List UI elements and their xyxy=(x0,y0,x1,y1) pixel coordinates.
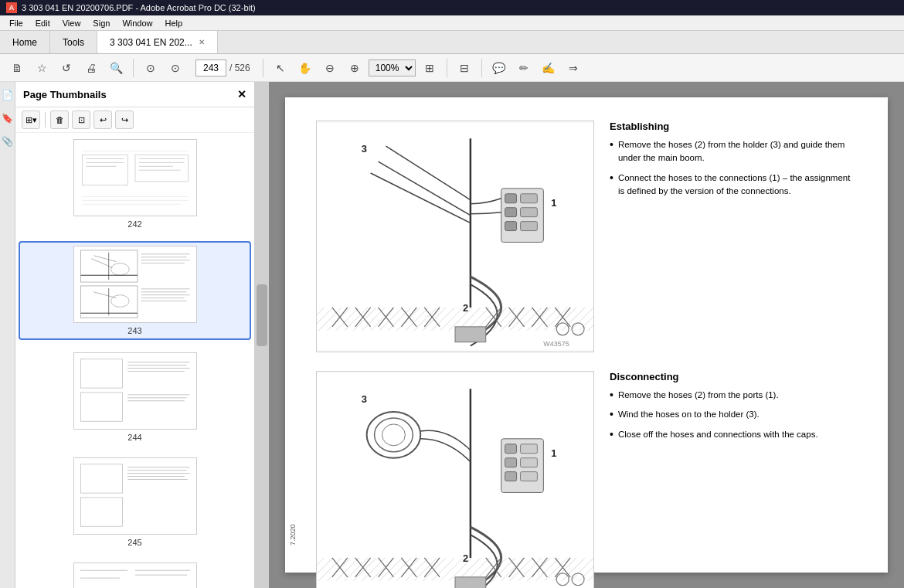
thumbnail-next[interactable] xyxy=(19,559,251,588)
tab-document[interactable]: 3 303 041 EN 202... ✕ xyxy=(97,31,218,53)
pencil-button[interactable]: ✏ xyxy=(513,57,535,79)
sidebar-scroll-thumb[interactable] xyxy=(257,284,267,346)
svg-rect-110 xyxy=(521,472,538,481)
tab-home[interactable]: Home xyxy=(0,31,50,53)
sidebar-delete-btn[interactable]: 🗑 xyxy=(50,110,69,129)
left-panel-icon-1[interactable]: 📄 xyxy=(1,88,15,102)
establishing-bullets: Remove the hoses (2) from the holder (3)… xyxy=(610,138,857,198)
cursor-tool[interactable]: ↖ xyxy=(270,57,291,79)
svg-rect-66 xyxy=(505,194,517,203)
next-page-button[interactable]: ⊙ xyxy=(165,57,186,79)
tab-home-label: Home xyxy=(12,37,37,48)
svg-text:3: 3 xyxy=(362,143,367,155)
pdf-area[interactable]: 7.2020 xyxy=(269,82,904,588)
thumbnail-242[interactable]: 242 xyxy=(19,136,251,232)
menu-edit[interactable]: Edit xyxy=(29,17,56,29)
svg-rect-45 xyxy=(74,458,195,534)
menu-file[interactable]: File xyxy=(3,17,29,29)
svg-rect-69 xyxy=(521,194,538,203)
svg-rect-97 xyxy=(317,373,593,588)
svg-rect-108 xyxy=(521,444,538,454)
disconnecting-diagram-col: 3 1 2 xyxy=(316,371,594,588)
thumbnail-245[interactable]: 245 xyxy=(19,454,251,550)
left-panel-icon-3[interactable]: 📎 xyxy=(1,134,15,148)
thumbnail-243[interactable]: 243 xyxy=(19,241,251,340)
separator-4 xyxy=(481,59,482,77)
menu-sign[interactable]: Sign xyxy=(87,17,116,29)
thumbnail-243-image xyxy=(73,246,197,323)
disconnecting-text-col: Disconnecting Remove the hoses (2) from … xyxy=(610,371,857,588)
hand-tool[interactable]: ✋ xyxy=(294,57,316,79)
svg-text:1: 1 xyxy=(551,447,556,459)
svg-rect-106 xyxy=(505,458,517,467)
tab-close-icon[interactable]: ✕ xyxy=(199,38,205,46)
svg-rect-105 xyxy=(505,444,517,454)
left-panel: 📄 🔖 📎 xyxy=(0,82,15,588)
svg-text:1: 1 xyxy=(551,197,556,209)
svg-rect-132 xyxy=(455,577,486,588)
menu-view[interactable]: View xyxy=(56,17,87,29)
sidebar-toolbar: ⊞▾ 🗑 ⊡ ↩ ↪ xyxy=(15,107,254,133)
establishing-section: 3 1 xyxy=(316,121,857,352)
svg-rect-14 xyxy=(74,246,195,322)
tab-document-label: 3 303 041 EN 202... xyxy=(110,37,192,48)
sidebar-redo-btn[interactable]: ↪ xyxy=(115,110,134,129)
tab-tools-label: Tools xyxy=(63,37,84,48)
sidebar-view-btn[interactable]: ⊞▾ xyxy=(22,110,40,129)
sidebar: Page Thumbnails ✕ ⊞▾ 🗑 ⊡ ↩ ↪ xyxy=(15,82,255,588)
zoom-select[interactable]: 50% 75% 100% 125% 150% 200% xyxy=(369,59,416,76)
bookmark-button[interactable]: ☆ xyxy=(31,57,53,79)
sidebar-embed-btn[interactable]: ⊡ xyxy=(72,110,90,129)
menu-bar: File Edit View Sign Window Help xyxy=(0,15,904,31)
comment-button[interactable]: 💬 xyxy=(488,57,510,79)
svg-text:3: 3 xyxy=(362,393,367,405)
establishing-title: Establishing xyxy=(610,121,857,132)
side-note: 7.2020 xyxy=(289,524,297,546)
disconnecting-title: Disconnecting xyxy=(610,371,857,382)
page-number-input[interactable] xyxy=(195,59,226,76)
search-button[interactable]: 🔍 xyxy=(105,57,127,79)
new-button[interactable]: 🗎 xyxy=(6,57,28,79)
zoom-in-button[interactable]: ⊕ xyxy=(344,57,365,79)
disconnecting-bullets: Remove the hoses (2) from the ports (1).… xyxy=(610,389,857,441)
thumbnail-244[interactable]: 244 xyxy=(19,349,251,445)
svg-rect-71 xyxy=(521,222,538,231)
print-button[interactable]: 🖨 xyxy=(80,57,102,79)
svg-rect-68 xyxy=(505,222,517,231)
establishing-bullet-2: Connect the hoses to the connections (1)… xyxy=(610,172,857,199)
action-button[interactable]: ⇒ xyxy=(562,57,584,79)
prev-page-button[interactable]: ⊙ xyxy=(140,57,161,79)
separator-1 xyxy=(133,59,134,77)
separator-3 xyxy=(447,59,447,77)
sidebar-close-icon[interactable]: ✕ xyxy=(237,88,246,100)
svg-text:W43575: W43575 xyxy=(543,340,569,348)
main-area: 📄 🔖 📎 Page Thumbnails ✕ ⊞▾ 🗑 ⊡ ↩ ↪ xyxy=(0,82,904,588)
sidebar-undo-btn[interactable]: ↩ xyxy=(93,110,112,129)
page-total: / 526 xyxy=(229,63,250,73)
left-panel-icon-2[interactable]: 🔖 xyxy=(1,111,15,125)
back-button[interactable]: ↺ xyxy=(56,57,77,79)
tab-tools[interactable]: Tools xyxy=(50,31,97,53)
sidebar-scrollbar[interactable] xyxy=(255,82,269,588)
app-icon: A xyxy=(6,2,17,13)
tabs-bar: Home Tools 3 303 041 EN 202... ✕ xyxy=(0,31,904,54)
separator-2 xyxy=(263,59,263,77)
signature-button[interactable]: ✍ xyxy=(538,57,559,79)
disconnecting-bullet-2: Wind the hoses on to the holder (3). xyxy=(610,408,857,421)
disconnecting-bullet-1: Remove the hoses (2) from the ports (1). xyxy=(610,389,857,402)
fit-width-button[interactable]: ⊟ xyxy=(454,57,475,79)
sidebar-content[interactable]: 242 xyxy=(15,133,254,588)
zoom-out-button[interactable]: ⊖ xyxy=(319,57,341,79)
fit-page-button[interactable]: ⊞ xyxy=(419,57,440,79)
thumbnail-242-label: 242 xyxy=(127,219,141,229)
thumbnail-242-image xyxy=(73,139,197,216)
disconnecting-section: 3 1 2 xyxy=(316,371,857,588)
disconnecting-bullet-3: Close off the hoses and connections with… xyxy=(610,428,857,441)
menu-help[interactable]: Help xyxy=(159,17,189,29)
establishing-text-col: Establishing Remove the hoses (2) from t… xyxy=(610,121,857,352)
disconnecting-diagram: 3 1 2 xyxy=(316,371,594,588)
title-bar: A 3 303 041 EN 20200706.PDF - Adobe Acro… xyxy=(0,0,904,15)
svg-rect-109 xyxy=(521,458,538,467)
svg-rect-53 xyxy=(74,563,196,588)
menu-window[interactable]: Window xyxy=(116,17,158,29)
